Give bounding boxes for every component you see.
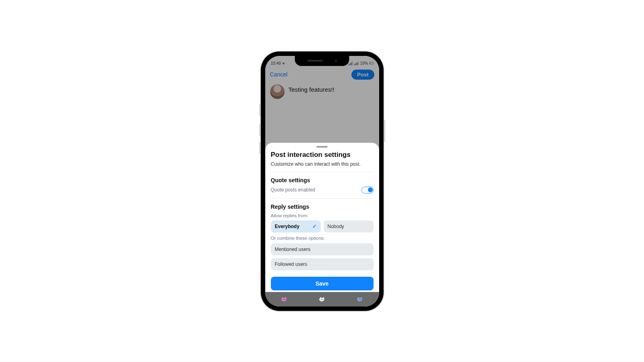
reply-option-nobody[interactable]: Nobody xyxy=(324,220,374,232)
svg-point-5 xyxy=(360,299,361,300)
reply-option-label: Followed users xyxy=(275,261,308,267)
sheet-grabber[interactable] xyxy=(316,146,328,148)
check-icon: ✓ xyxy=(312,223,317,229)
quote-toggle-label: Quote posts enabled xyxy=(271,187,316,193)
reply-option-label: Mentioned users xyxy=(275,247,311,252)
svg-point-4 xyxy=(359,299,359,300)
svg-point-2 xyxy=(321,299,322,300)
divider xyxy=(270,198,374,199)
svg-point-3 xyxy=(322,299,323,300)
svg-point-0 xyxy=(283,299,284,300)
interaction-settings-sheet: Post interaction settings Customize who … xyxy=(265,143,379,306)
reply-option-label: Everybody xyxy=(275,224,299,229)
device-notch xyxy=(295,56,349,66)
reply-option-everybody[interactable]: Everybody ✓ xyxy=(271,220,321,232)
quote-toggle[interactable] xyxy=(361,187,374,193)
nav-cat-blue-icon[interactable] xyxy=(357,296,363,302)
nav-cat-pink-icon[interactable] xyxy=(281,296,287,302)
divider xyxy=(270,172,374,172)
nav-cat-white-icon[interactable] xyxy=(319,296,325,302)
save-button[interactable]: Save xyxy=(271,277,374,290)
allow-replies-label: Allow replies from: xyxy=(271,213,374,218)
reply-option-label: Nobody xyxy=(328,224,344,229)
combine-label: Or combine these options: xyxy=(271,236,374,241)
svg-point-1 xyxy=(285,299,285,300)
sheet-title: Post interaction settings xyxy=(271,151,374,159)
bottom-nav xyxy=(265,292,379,306)
sheet-subtitle: Customize who can interact with this pos… xyxy=(271,161,374,167)
reply-section-title: Reply settings xyxy=(271,204,374,210)
reply-option-mentioned-users[interactable]: Mentioned users xyxy=(271,243,374,255)
quote-section-title: Quote settings xyxy=(271,177,374,183)
screen: 10:49 ▾ 19% Cancel Post Testing f xyxy=(265,56,379,306)
phone-frame: 10:49 ▾ 19% Cancel Post Testing f xyxy=(261,51,384,311)
reply-option-followed-users[interactable]: Followed users xyxy=(271,258,374,270)
